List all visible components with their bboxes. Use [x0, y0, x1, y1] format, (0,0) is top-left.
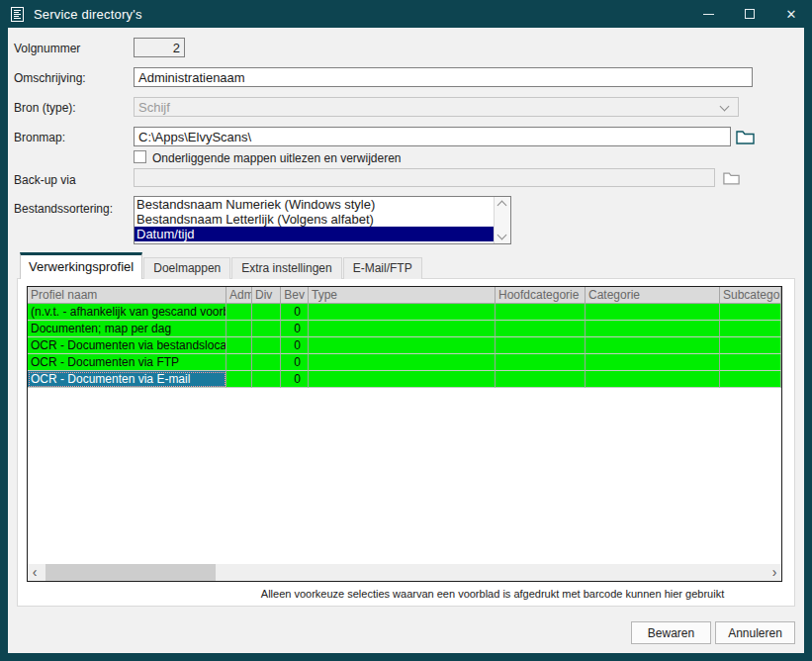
- scroll-left-icon[interactable]: ‹: [28, 565, 42, 580]
- list-item[interactable]: Bestandsnaam Letterlijk (Volgens alfabet…: [135, 212, 494, 227]
- dialog-window: Service directory's ✕ Volgnummer 2 Omsch…: [0, 0, 812, 661]
- minimize-button[interactable]: [687, 0, 729, 28]
- table-cell[interactable]: [720, 321, 781, 337]
- app-document-icon: [10, 6, 26, 22]
- table-cell[interactable]: 0: [281, 304, 309, 321]
- table-cell[interactable]: OCR - Documenten via FTP: [28, 354, 226, 371]
- table-cell[interactable]: [226, 304, 252, 321]
- table-cell[interactable]: [252, 371, 281, 388]
- table-cell[interactable]: OCR - Documenten via bestandslocatie: [28, 337, 226, 354]
- backup-via-label: Back-up via: [14, 173, 76, 187]
- table-cell[interactable]: [226, 337, 252, 354]
- table-cell[interactable]: [586, 354, 720, 371]
- tab-extra-instellingen[interactable]: Extra instellingen: [231, 257, 341, 279]
- table-cell[interactable]: [720, 337, 781, 354]
- table-header: Profiel naamAdmDivBevTypeHoofdcategorieC…: [28, 287, 781, 304]
- column-header[interactable]: Div: [252, 287, 281, 304]
- table-cell[interactable]: [586, 371, 720, 388]
- titlebar[interactable]: Service directory's ✕: [0, 0, 812, 28]
- list-item-partial[interactable]: Omgekeerde volgorde: [135, 241, 494, 243]
- listbox-scrollbar[interactable]: [494, 197, 510, 243]
- column-header[interactable]: Type: [309, 287, 496, 304]
- table-cell[interactable]: [586, 321, 720, 337]
- table-cell[interactable]: [252, 337, 281, 354]
- column-header[interactable]: Profiel naam: [28, 287, 226, 304]
- volgnummer-field[interactable]: 2: [134, 38, 185, 57]
- list-item-selected[interactable]: Datum/tijd: [135, 227, 494, 241]
- horizontal-scrollbar[interactable]: ‹ ›: [28, 564, 781, 581]
- backup-via-field[interactable]: [134, 168, 715, 187]
- table-cell[interactable]: 0: [281, 371, 309, 388]
- table-empty-area: [28, 388, 781, 564]
- table-row: OCR - Documenten via bestandslocatie0: [28, 337, 781, 354]
- barcode-note: Alleen voorkeuze selecties waarvan een v…: [216, 588, 769, 600]
- table-body: (n.v.t. - afhankelijk van gescand voorbl…: [28, 304, 781, 388]
- dialog-content: Volgnummer 2 Omschrijving: Administratie…: [8, 28, 804, 653]
- table-cell[interactable]: [496, 371, 586, 388]
- tab-doelmappen[interactable]: Doelmappen: [143, 257, 230, 279]
- table-cell[interactable]: [252, 304, 281, 321]
- scrollbar-track[interactable]: [42, 564, 767, 581]
- table-cell[interactable]: 0: [281, 337, 309, 354]
- scrollbar-thumb[interactable]: [45, 564, 216, 581]
- bron-type-dropdown[interactable]: Schijf: [134, 97, 739, 117]
- table-cell[interactable]: [309, 337, 496, 354]
- column-header[interactable]: Categorie: [586, 287, 720, 304]
- close-button[interactable]: ✕: [770, 0, 812, 28]
- volgnummer-label: Volgnummer: [14, 42, 80, 55]
- subfolders-checkbox[interactable]: [134, 150, 146, 163]
- bronmap-label: Bronmap:: [14, 131, 65, 144]
- tab-verwerkingsprofiel[interactable]: Verwerkingsprofiel: [20, 252, 142, 279]
- bronmap-field[interactable]: C:\Apps\ElvyScans\: [134, 127, 731, 146]
- backup-browse-button[interactable]: [721, 168, 741, 188]
- table-cell[interactable]: [586, 304, 720, 321]
- bestandssortering-listbox[interactable]: Bestandsnaam Numeriek (Windows style) Be…: [134, 196, 511, 244]
- table-cell[interactable]: [720, 354, 781, 371]
- profiles-table: Profiel naamAdmDivBevTypeHoofdcategorieC…: [27, 286, 782, 582]
- table-cell[interactable]: [720, 371, 781, 388]
- table-cell[interactable]: [586, 337, 720, 354]
- table-cell[interactable]: [309, 304, 496, 321]
- subfolders-checkbox-label: Onderliggende mappen uitlezen en verwijd…: [152, 151, 402, 165]
- bron-type-value: Schijf: [138, 100, 170, 115]
- table-cell[interactable]: Documenten; map per dag: [28, 321, 226, 337]
- table-cell[interactable]: [226, 371, 252, 388]
- table-row: OCR - Documenten via E-mail0: [28, 371, 781, 388]
- scroll-up-icon[interactable]: [497, 201, 507, 211]
- tab-bar: Verwerkingsprofiel Doelmappen Extra inst…: [20, 254, 423, 279]
- table-cell[interactable]: [720, 304, 781, 321]
- table-cell[interactable]: [496, 337, 586, 354]
- table-cell[interactable]: 0: [281, 321, 309, 337]
- bronmap-browse-button[interactable]: [735, 127, 755, 146]
- table-cell[interactable]: (n.v.t. - afhankelijk van gescand voorbl…: [28, 304, 226, 321]
- column-header[interactable]: Subcategorie: [720, 287, 781, 304]
- minimize-icon: [703, 14, 714, 15]
- table-cell[interactable]: [496, 321, 586, 337]
- maximize-icon: [745, 9, 755, 19]
- table-cell[interactable]: [309, 354, 496, 371]
- table-cell[interactable]: [496, 304, 586, 321]
- omschrijving-label: Omschrijving:: [14, 71, 86, 85]
- table-cell[interactable]: [226, 321, 252, 337]
- omschrijving-field[interactable]: Administratienaam: [134, 67, 753, 87]
- tab-email-ftp[interactable]: E-Mail/FTP: [343, 257, 422, 279]
- column-header[interactable]: Bev: [281, 287, 309, 304]
- cancel-button[interactable]: Annuleren: [715, 621, 795, 644]
- table-cell[interactable]: [309, 321, 496, 337]
- table-cell[interactable]: [252, 354, 281, 371]
- table-cell[interactable]: [309, 371, 496, 388]
- column-header[interactable]: Hoofdcategorie: [496, 287, 586, 304]
- column-header[interactable]: Adm: [226, 287, 252, 304]
- table-cell[interactable]: [226, 354, 252, 371]
- scroll-down-icon[interactable]: [497, 231, 507, 240]
- table-cell[interactable]: [496, 354, 586, 371]
- bestandssortering-label: Bestandssortering:: [14, 202, 113, 216]
- table-cell[interactable]: OCR - Documenten via E-mail: [28, 371, 226, 388]
- list-item[interactable]: Bestandsnaam Numeriek (Windows style): [135, 197, 494, 212]
- close-icon: ✕: [786, 8, 797, 21]
- table-cell[interactable]: 0: [281, 354, 309, 371]
- maximize-button[interactable]: [729, 0, 770, 28]
- scroll-right-icon[interactable]: ›: [767, 565, 781, 580]
- save-button[interactable]: Bewaren: [631, 621, 711, 644]
- table-cell[interactable]: [252, 321, 281, 337]
